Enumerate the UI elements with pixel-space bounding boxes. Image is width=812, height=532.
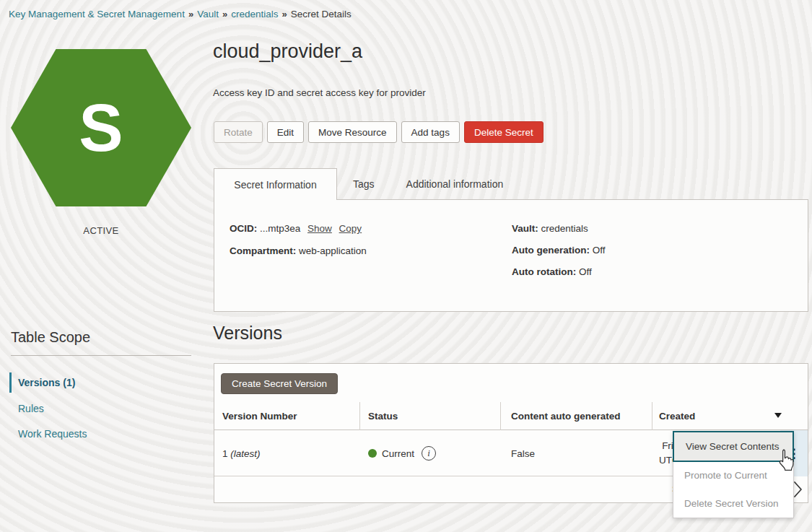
secret-hexagon-icon: S (11, 49, 191, 206)
tab-bar: Secret Information Tags Additional infor… (214, 168, 519, 200)
row-context-menu: View Secret Contents Promote to Current … (673, 431, 794, 518)
column-header-status[interactable]: Status (368, 402, 398, 430)
ocid-field: OCID: ...mtp3ea Show Copy (230, 223, 362, 234)
tab-secret-information[interactable]: Secret Information (214, 168, 337, 200)
vault-field: Vault: credentials (512, 223, 588, 234)
content-auto-generated-cell: False (511, 430, 535, 476)
version-number: 1 (222, 448, 228, 459)
column-header-version-number[interactable]: Version Number (222, 402, 297, 430)
rotate-button[interactable]: Rotate (214, 121, 263, 143)
breadcrumb: Key Management & Secret Management»Vault… (9, 9, 352, 19)
breadcrumb-link-key-management[interactable]: Key Management & Secret Management (9, 9, 185, 19)
auto-generation-field: Auto generation: Off (512, 245, 606, 256)
table-header-row: Version Number Status Content auto gener… (214, 402, 808, 430)
secret-information-panel: OCID: ...mtp3ea Show Copy Compartment: w… (214, 199, 808, 312)
add-tags-button[interactable]: Add tags (401, 121, 460, 143)
status-badge: ACTIVE (11, 225, 191, 236)
menu-item-delete-secret-version[interactable]: Delete Secret Version (673, 489, 793, 518)
move-resource-button[interactable]: Move Resource (308, 121, 397, 143)
column-divider (500, 402, 501, 430)
status-cell: Current i (368, 430, 436, 476)
compartment-value: web-application (299, 245, 367, 256)
page-title: cloud_provider_a (213, 40, 362, 63)
breadcrumb-link-vault[interactable]: Vault (197, 9, 219, 19)
breadcrumb-current-page: Secret Details (291, 9, 352, 19)
menu-item-view-secret-contents[interactable]: View Secret Contents (673, 431, 794, 462)
column-divider (359, 402, 360, 430)
compartment-field: Compartment: web-application (230, 245, 367, 256)
sidebar-divider (11, 355, 191, 356)
sort-descending-icon[interactable] (774, 413, 782, 418)
status-text: Current (382, 448, 414, 459)
column-header-content-auto-generated[interactable]: Content auto generated (511, 402, 621, 430)
status-dot-icon (368, 449, 377, 458)
compartment-label: Compartment: (230, 245, 296, 256)
column-header-created[interactable]: Created (659, 402, 695, 430)
ocid-value: ...mtp3ea (260, 223, 300, 234)
auto-generation-value: Off (593, 245, 606, 256)
breadcrumb-link-credentials[interactable]: credentials (231, 9, 278, 19)
content-auto-generated-value: False (511, 448, 535, 459)
breadcrumb-separator-icon: » (222, 9, 227, 19)
version-number-cell: 1 (latest) (222, 430, 261, 476)
column-divider (652, 402, 652, 430)
tab-additional-information[interactable]: Additional information (390, 168, 520, 200)
info-icon[interactable]: i (422, 446, 436, 461)
sidebar-item-versions[interactable]: Versions (1) (18, 377, 75, 388)
sidebar-item-work-requests[interactable]: Work Requests (18, 428, 87, 440)
version-latest-suffix: (latest) (230, 448, 260, 459)
breadcrumb-separator-icon: » (281, 9, 287, 19)
active-item-indicator (9, 372, 12, 393)
ocid-label: OCID: (230, 223, 257, 234)
secret-details-page: Key Management & Secret Management»Vault… (0, 0, 812, 532)
tab-tags[interactable]: Tags (337, 168, 390, 200)
auto-rotation-label: Auto rotation: (512, 266, 576, 277)
create-secret-version-button[interactable]: Create Secret Version (221, 373, 338, 394)
delete-secret-button[interactable]: Delete Secret (464, 121, 543, 143)
auto-rotation-value: Off (579, 266, 592, 277)
menu-item-promote-to-current[interactable]: Promote to Current (673, 461, 793, 489)
auto-generation-label: Auto generation: (512, 245, 590, 256)
breadcrumb-separator-icon: » (188, 9, 193, 19)
action-buttons: Rotate Edit Move Resource Add tags Delet… (214, 121, 543, 143)
versions-section-title: Versions (213, 323, 282, 344)
hexagon-letter: S (79, 95, 123, 161)
vault-label: Vault: (512, 223, 538, 234)
show-link[interactable]: Show (307, 223, 332, 234)
vault-value: credentials (541, 223, 588, 234)
edit-button[interactable]: Edit (267, 121, 304, 143)
page-description: Access key ID and secret access key for … (213, 87, 426, 98)
auto-rotation-field: Auto rotation: Off (512, 266, 592, 277)
table-scope-title: Table Scope (11, 329, 90, 346)
copy-link[interactable]: Copy (339, 223, 362, 234)
sidebar-item-rules[interactable]: Rules (18, 403, 44, 414)
